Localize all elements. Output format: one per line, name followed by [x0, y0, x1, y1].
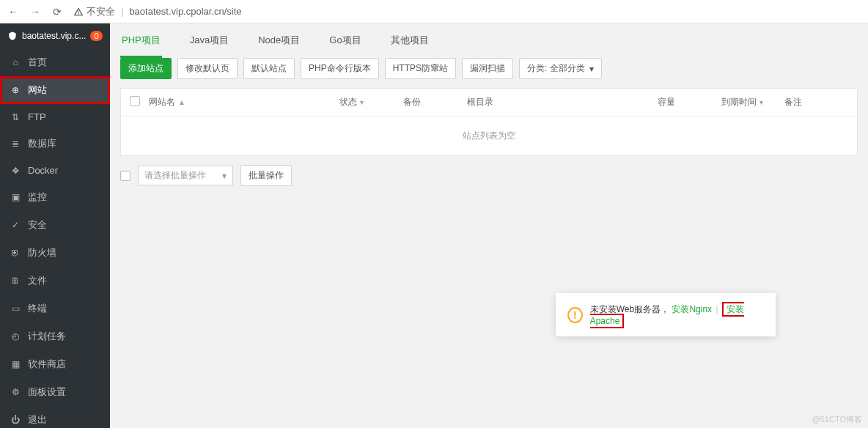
watermark: @51CTO博客 — [812, 414, 862, 425]
sort-icon: ▲ — [178, 98, 185, 106]
tab-java[interactable]: Java项目 — [188, 23, 230, 58]
chevron-down-icon: ▾ — [222, 171, 227, 181]
main-panel: PHP项目Java项目Node项目Go项目其他项目 添加站点 修改默认页 默认站… — [110, 23, 868, 428]
brand-badge: 0 — [90, 31, 102, 41]
site-icon: ⊕ — [10, 85, 21, 95]
tab-other[interactable]: 其他项目 — [389, 23, 430, 58]
sidebar-item-label: 数据库 — [28, 137, 56, 150]
sidebar-item-label: 网站 — [28, 84, 47, 97]
logout-icon: ⏻ — [10, 415, 21, 425]
batch-checkbox[interactable] — [120, 171, 130, 181]
batch-select-label: 请选择批量操作 — [144, 169, 206, 182]
sidebar-item-label: 首页 — [28, 56, 47, 69]
category-select[interactable]: 分类: 全部分类 ▾ — [519, 58, 602, 79]
default-site-button[interactable]: 默认站点 — [243, 58, 295, 79]
sidebar-item-terminal[interactable]: ▭终端 — [0, 295, 110, 322]
sidebar-item-label: FTP — [28, 111, 46, 122]
sidebar-item-label: Docker — [28, 165, 58, 176]
sidebar-item-label: 防火墙 — [28, 246, 56, 259]
th-backup[interactable]: 备份 — [403, 96, 467, 108]
site-table: 网站名▲ 状态▾ 备份 根目录 容量 到期时间▾ 备注 站点列表为空 — [120, 88, 858, 156]
monitor-icon: ▣ — [10, 192, 21, 202]
sidebar-item-label: 安全 — [28, 218, 47, 232]
https-button[interactable]: HTTPS防窜站 — [385, 58, 456, 79]
sidebar-item-label: 监控 — [28, 191, 47, 204]
sidebar-item-firewall[interactable]: ⛨防火墙 — [0, 239, 110, 267]
category-label: 分类: 全部分类 — [527, 62, 585, 75]
sidebar-item-db[interactable]: ≣数据库 — [0, 130, 110, 158]
home-icon: ⌂ — [10, 57, 21, 67]
insecure-badge: 不安全 — [73, 5, 115, 18]
brand-title: baotatest.vip.c... — [22, 31, 86, 41]
ftp-icon: ⇅ — [10, 112, 21, 122]
sidebar-item-monitor[interactable]: ▣监控 — [0, 183, 110, 211]
tab-php[interactable]: PHP项目 — [120, 23, 162, 58]
back-icon[interactable]: ← — [7, 6, 19, 18]
tab-node[interactable]: Node项目 — [257, 23, 301, 58]
sidebar-item-site[interactable]: ⊕网站 — [0, 76, 110, 104]
th-expire[interactable]: 到期时间 — [721, 96, 757, 108]
cron-icon: ◴ — [10, 331, 21, 342]
th-note[interactable]: 备注 — [784, 96, 848, 108]
batch-select[interactable]: 请选择批量操作 ▾ — [138, 166, 233, 185]
default-page-button[interactable]: 修改默认页 — [177, 58, 238, 79]
brand: baotatest.vip.c... 0 — [0, 23, 110, 48]
sort-icon: ▾ — [360, 98, 364, 106]
th-name[interactable]: 网站名 — [149, 96, 175, 108]
th-cap[interactable]: 容量 — [658, 96, 721, 108]
empty-state: 站点列表为空 — [121, 117, 857, 155]
tab-go[interactable]: Go项目 — [328, 23, 362, 58]
address-bar[interactable]: 不安全 | baotatest.vip.cpolar.cn/site — [73, 5, 242, 18]
sidebar-item-logout[interactable]: ⏻退出 — [0, 406, 110, 428]
th-root[interactable]: 根目录 — [467, 96, 658, 108]
table-header: 网站名▲ 状态▾ 备份 根目录 容量 到期时间▾ 备注 — [121, 89, 857, 117]
sidebar-item-label: 终端 — [28, 302, 47, 315]
popup-message: 未安装Web服务器， 安装Nginx | 安装Apache — [590, 303, 764, 326]
th-status[interactable]: 状态 — [339, 96, 357, 108]
chevron-down-icon: ▾ — [589, 64, 594, 74]
logo-icon — [7, 31, 18, 41]
install-nginx-link[interactable]: 安装Nginx — [672, 304, 712, 314]
sidebar-item-docker[interactable]: ❖Docker — [0, 158, 110, 183]
sidebar-item-label: 面板设置 — [28, 385, 66, 399]
batch-apply-button[interactable]: 批量操作 — [240, 165, 292, 186]
scan-button[interactable]: 漏洞扫描 — [462, 58, 513, 79]
docker-icon: ❖ — [10, 166, 21, 176]
sidebar-item-label: 软件商店 — [28, 358, 66, 371]
sidebar-item-store[interactable]: ▦软件商店 — [0, 350, 110, 378]
firewall-icon: ⛨ — [10, 248, 21, 258]
add-site-button[interactable]: 添加站点 — [120, 58, 172, 79]
insecure-label: 不安全 — [87, 5, 115, 18]
reload-icon[interactable]: ⟳ — [51, 6, 63, 18]
sidebar-item-panel[interactable]: ⚙面板设置 — [0, 378, 110, 406]
browser-toolbar: ← → ⟳ 不安全 | baotatest.vip.cpolar.cn/site — [0, 0, 868, 23]
warning-icon — [73, 7, 84, 17]
forward-icon[interactable]: → — [29, 6, 41, 18]
terminal-icon: ▭ — [10, 303, 21, 314]
sidebar-item-label: 计划任务 — [28, 330, 66, 343]
webserver-popup: ! 未安装Web服务器， 安装Nginx | 安装Apache — [556, 293, 776, 336]
sidebar-item-ftp[interactable]: ⇅FTP — [0, 104, 110, 130]
url-text: baotatest.vip.cpolar.cn/site — [129, 6, 241, 17]
tabs: PHP项目Java项目Node项目Go项目其他项目 — [110, 23, 868, 58]
sidebar-item-label: 文件 — [28, 274, 47, 287]
sidebar: baotatest.vip.c... 0 ⌂首页⊕网站⇅FTP≣数据库❖Dock… — [0, 23, 110, 428]
toolbar: 添加站点 修改默认页 默认站点 PHP命令行版本 HTTPS防窜站 漏洞扫描 分… — [110, 58, 868, 88]
sidebar-item-label: 退出 — [28, 413, 47, 427]
warning-icon: ! — [567, 307, 583, 323]
db-icon: ≣ — [10, 139, 21, 149]
batch-bar: 请选择批量操作 ▾ 批量操作 — [110, 156, 868, 195]
sidebar-item-safe[interactable]: ✓安全 — [0, 211, 110, 239]
sort-icon: ▾ — [760, 98, 763, 106]
sidebar-item-cron[interactable]: ◴计划任务 — [0, 322, 110, 350]
php-cli-button[interactable]: PHP命令行版本 — [301, 58, 379, 79]
sidebar-item-home[interactable]: ⌂首页 — [0, 48, 110, 76]
store-icon: ▦ — [10, 359, 21, 369]
sidebar-item-files[interactable]: 🗎文件 — [0, 267, 110, 295]
panel-icon: ⚙ — [10, 387, 21, 397]
files-icon: 🗎 — [10, 276, 21, 286]
safe-icon: ✓ — [10, 220, 21, 230]
select-all-checkbox[interactable] — [130, 96, 140, 106]
